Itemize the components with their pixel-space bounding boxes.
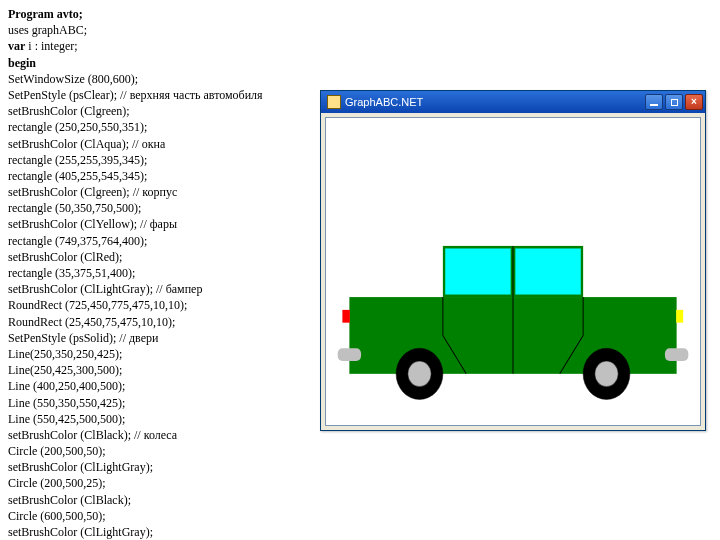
svg-rect-6 <box>665 348 688 361</box>
close-icon: × <box>691 97 697 107</box>
code-line: Line (550,425,500,500); <box>8 411 308 427</box>
code-line: Line(250,425,300,500); <box>8 362 308 378</box>
minimize-icon <box>650 104 658 106</box>
code-line: Line (550,350,550,425); <box>8 395 308 411</box>
code-line: Circle (600,500,50); <box>8 508 308 524</box>
code-line: setBrushColor (ClAqua); // окна <box>8 136 308 152</box>
code-line: setBrushColor (ClBlack); // колеса <box>8 427 308 443</box>
code-line: setBrushColor (Clgreen); <box>8 103 308 119</box>
code-line: Circle (200,500,50); <box>8 443 308 459</box>
code-line: rectangle (405,255,545,345); <box>8 168 308 184</box>
window-title: GraphABC.NET <box>345 96 645 108</box>
maximize-button[interactable] <box>665 94 683 110</box>
svg-point-16 <box>595 361 618 387</box>
maximize-icon <box>671 99 678 106</box>
code-line: Circle (200,500,25); <box>8 475 308 491</box>
close-button[interactable]: × <box>685 94 703 110</box>
code-line: setBrushColor (ClLightGray); // бампер <box>8 281 308 297</box>
source-code-pane: Program avto;uses graphABC;var i : integ… <box>8 6 308 540</box>
code-line: setBrushColor (Clgreen); // корпус <box>8 184 308 200</box>
svg-point-14 <box>408 361 431 387</box>
code-line: uses graphABC; <box>8 22 308 38</box>
code-line: begin <box>8 55 308 71</box>
code-line: rectangle (255,255,395,345); <box>8 152 308 168</box>
code-line: setBrushColor (ClLightGray); <box>8 459 308 475</box>
window-buttons: × <box>645 94 703 110</box>
svg-rect-1 <box>445 248 510 294</box>
svg-rect-2 <box>515 248 580 294</box>
car-drawing <box>326 118 700 425</box>
code-line: rectangle (50,350,750,500); <box>8 200 308 216</box>
code-line: setBrushColor (ClBlack); <box>8 492 308 508</box>
code-line: rectangle (749,375,764,400); <box>8 233 308 249</box>
code-line: var i : integer; <box>8 38 308 54</box>
app-icon <box>327 95 341 109</box>
code-line: SetPenStyle (psSolid); // двери <box>8 330 308 346</box>
code-line: setBrushColor (ClYellow); // фары <box>8 216 308 232</box>
code-line: RoundRect (725,450,775,475,10,10); <box>8 297 308 313</box>
svg-rect-7 <box>338 348 361 361</box>
titlebar[interactable]: GraphABC.NET × <box>321 91 705 113</box>
code-line: SetWindowSize (800,600); <box>8 71 308 87</box>
minimize-button[interactable] <box>645 94 663 110</box>
code-line: RoundRect (25,450,75,475,10,10); <box>8 314 308 330</box>
code-line: SetPenStyle (psClear); // верхняя часть … <box>8 87 308 103</box>
code-line: Line (400,250,400,500); <box>8 378 308 394</box>
code-line: Line(250,350,250,425); <box>8 346 308 362</box>
code-line: setBrushColor (ClRed); <box>8 249 308 265</box>
code-line: Program avto; <box>8 6 308 22</box>
svg-rect-5 <box>342 310 349 323</box>
svg-rect-4 <box>676 310 683 323</box>
code-line: rectangle (250,250,550,351); <box>8 119 308 135</box>
graphabc-window: GraphABC.NET × <box>320 90 706 431</box>
canvas-area <box>325 117 701 426</box>
code-line: setBrushColor (ClLightGray); <box>8 524 308 540</box>
code-line: rectangle (35,375,51,400); <box>8 265 308 281</box>
